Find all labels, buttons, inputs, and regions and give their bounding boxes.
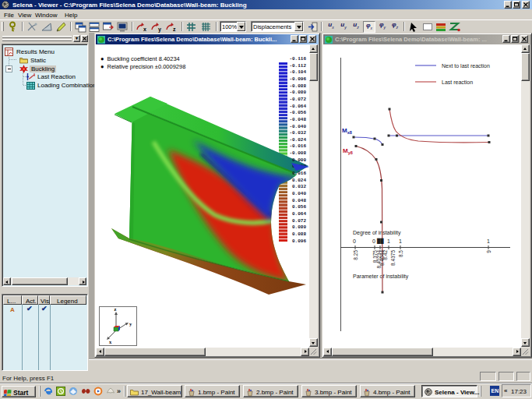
svg-text:-0.008: -0.008 [289,150,306,156]
svg-text:8.42: 8.42 [382,250,388,260]
svg-text:-0.080: -0.080 [289,90,306,95]
svg-text:Next to last reaction: Next to last reaction [442,63,490,69]
svg-text:9: 9 [486,250,491,253]
svg-text:0.072: 0.072 [292,218,306,224]
svg-text:y: y [158,26,161,33]
svg-text:Degree of instability: Degree of instability [353,230,401,236]
svg-text:-0.024: -0.024 [289,137,306,143]
svg-text:0.032: 0.032 [292,184,306,189]
svg-text:-0.096: -0.096 [289,76,306,82]
svg-text:-0.048: -0.048 [289,117,306,122]
svg-text:0.096: 0.096 [292,238,306,244]
svg-text:-0.072: -0.072 [289,97,306,102]
svg-text:0.048: 0.048 [292,198,306,203]
svg-text:-0.112: -0.112 [289,63,306,69]
svg-text:0: 0 [372,238,375,244]
svg-text:My8: My8 [343,147,353,155]
svg-text:x: x [143,26,146,32]
svg-text:-0.016: -0.016 [289,143,306,149]
svg-text:Last reaction: Last reaction [442,79,473,85]
svg-text:8.5: 8.5 [398,250,403,257]
svg-text:1: 1 [399,238,402,244]
svg-text:1: 1 [387,238,390,244]
svg-text:0.056: 0.056 [292,204,306,210]
svg-text:0: 0 [353,238,356,244]
svg-text:-0.088: -0.088 [289,83,306,89]
svg-text:z: z [173,26,176,32]
svg-text:0.080: 0.080 [292,224,306,230]
svg-text:-0.040: -0.040 [289,124,306,129]
svg-text:0.064: 0.064 [292,211,306,217]
svg-text:-0.104: -0.104 [289,69,306,75]
svg-text:8.25: 8.25 [353,250,358,260]
svg-text:1: 1 [487,238,490,244]
svg-text:-0.032: -0.032 [289,130,306,136]
svg-text:0.088: 0.088 [292,231,306,237]
svg-text:0.024: 0.024 [292,178,306,183]
svg-text:Parameter of instability: Parameter of instability [353,274,409,280]
svg-text:-0.064: -0.064 [289,104,306,109]
svg-text:z: z [115,306,117,312]
svg-text:0.040: 0.040 [292,191,306,196]
svg-text:-0.116: -0.116 [289,56,306,62]
svg-text:██: ██ [377,238,384,244]
svg-text:0.000: 0.000 [292,157,306,163]
svg-text:0.016: 0.016 [292,171,306,176]
svg-text:8.4375: 8.4375 [390,250,396,266]
svg-text:-0.056: -0.056 [289,110,306,115]
svg-text:Mx8: Mx8 [342,127,352,135]
